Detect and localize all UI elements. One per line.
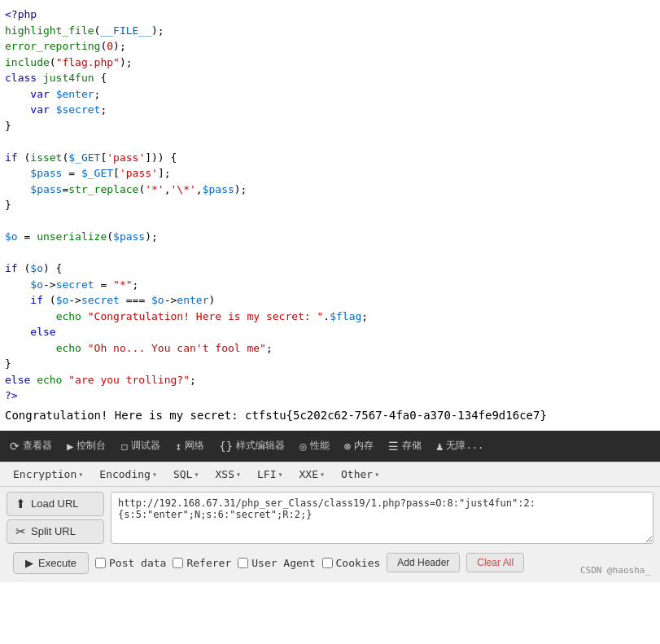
menu-xss-label: XSS — [215, 468, 234, 480]
button-column: ⬆ Load URL ✂ Split URL — [7, 492, 104, 544]
execute-label: Execute — [38, 557, 76, 569]
add-header-button[interactable]: Add Header — [387, 553, 460, 572]
code-line: $pass = $_GET['pass']; — [5, 165, 655, 182]
menu-lfi-label: LFI — [257, 468, 276, 480]
devtool-inspector-label: 查看器 — [23, 439, 52, 453]
devtool-style-editor-label: 样式编辑器 — [236, 439, 285, 453]
code-line: else — [5, 324, 655, 340]
code-line: var $enter; — [5, 86, 655, 103]
menu-other-label: Other — [341, 468, 373, 480]
code-line: } — [5, 118, 655, 134]
post-data-label: Post data — [109, 557, 166, 569]
watermark-text: CSDN @haosha_ — [580, 565, 650, 576]
devtool-storage-label: 存储 — [402, 439, 422, 453]
devtool-accessibility-label: 无障... — [446, 439, 483, 453]
hackbar-content: ⬆ Load URL ✂ Split URL ▶ Execute Post da… — [0, 487, 660, 582]
devtool-memory[interactable]: ⊗ 内存 — [338, 436, 380, 456]
style-editor-icon: {} — [219, 440, 233, 453]
devtool-style-editor[interactable]: {} 样式编辑器 — [212, 436, 291, 456]
code-line: include("flag.php"); — [5, 55, 655, 71]
hackbar-menu-bar: Encryption ▾ Encoding ▾ SQL ▾ XSS ▾ LFI … — [0, 462, 660, 487]
debugger-icon: ◻ — [120, 440, 127, 453]
menu-encryption[interactable]: Encryption ▾ — [7, 466, 90, 483]
code-line: $o->secret = "*"; — [5, 277, 655, 293]
menu-other[interactable]: Other ▾ — [334, 466, 386, 483]
storage-icon: ☰ — [388, 440, 399, 453]
post-data-checkbox[interactable] — [95, 558, 106, 568]
accessibility-icon: ♟ — [436, 440, 443, 453]
code-line: if ($o) { — [5, 261, 655, 277]
code-line: $pass=str_replace('*','\*',$pass); — [5, 182, 655, 198]
menu-encoding[interactable]: Encoding ▾ — [93, 466, 164, 483]
menu-xss[interactable]: XSS ▾ — [208, 466, 247, 483]
menu-xxe[interactable]: XXE ▾ — [293, 466, 332, 483]
code-line: } — [5, 197, 655, 213]
menu-encoding-label: Encoding — [99, 468, 151, 480]
clear-all-label: Clear All — [477, 557, 514, 568]
split-url-icon: ✂ — [15, 524, 26, 539]
referer-checkbox[interactable] — [173, 558, 183, 568]
devtool-network[interactable]: ↕ 网络 — [168, 436, 211, 456]
code-line: error_reporting(0); — [5, 38, 655, 55]
chevron-down-icon: ▾ — [278, 470, 282, 479]
cookies-label: Cookies — [336, 557, 381, 569]
menu-xxe-label: XXE — [299, 468, 318, 480]
clear-all-button[interactable]: Clear All — [466, 553, 524, 572]
post-data-checkbox-item[interactable]: Post data — [95, 557, 166, 569]
devtool-accessibility[interactable]: ♟ 无障... — [430, 436, 490, 456]
user-agent-checkbox[interactable] — [238, 558, 248, 568]
menu-sql[interactable]: SQL ▾ — [167, 466, 206, 483]
code-line: <?php — [5, 7, 655, 23]
devtool-performance[interactable]: ◎ 性能 — [293, 436, 335, 456]
devtool-performance-label: 性能 — [310, 439, 330, 453]
devtool-memory-label: 内存 — [354, 439, 374, 453]
dev-toolbar: ⟳ 查看器 ▶ 控制台 ◻ 调试器 ↕ 网络 {} 样式编辑器 ◎ 性能 ⊗ 内… — [0, 431, 660, 462]
hackbar: Encryption ▾ Encoding ▾ SQL ▾ XSS ▾ LFI … — [0, 462, 660, 582]
url-input[interactable] — [111, 492, 653, 544]
split-url-label: Split URL — [31, 525, 76, 537]
devtool-network-label: 网络 — [185, 439, 204, 453]
user-agent-checkbox-item[interactable]: User Agent — [238, 557, 315, 569]
code-line: echo "Congratulation! Here is my secret:… — [5, 309, 655, 325]
bottom-bar: ▶ Execute Post data Referer User Agent C… — [7, 549, 653, 577]
devtool-storage[interactable]: ☰ 存储 — [382, 436, 428, 456]
congratulation-text: Congratulation! Here is my secret: ctfst… — [5, 407, 655, 424]
load-url-icon: ⬆ — [15, 497, 26, 511]
code-line: if ($o->secret === $o->enter) — [5, 292, 655, 309]
code-line: echo "Oh no... You can't fool me"; — [5, 340, 655, 357]
load-url-label: Load URL — [31, 497, 79, 510]
code-line: if (isset($_GET['pass'])) { — [5, 150, 655, 166]
devtool-console[interactable]: ▶ 控制台 — [60, 436, 112, 456]
devtool-inspector[interactable]: ⟳ 查看器 — [3, 436, 59, 456]
code-display: <?php highlight_file(__FILE__); error_re… — [0, 0, 660, 431]
url-row: ⬆ Load URL ✂ Split URL — [7, 492, 653, 544]
add-header-label: Add Header — [397, 557, 449, 568]
devtool-console-label: 控制台 — [76, 439, 106, 453]
user-agent-label: User Agent — [251, 557, 315, 569]
chevron-down-icon: ▾ — [194, 470, 199, 479]
code-line: var $secret; — [5, 102, 655, 118]
split-url-button[interactable]: ✂ Split URL — [7, 519, 104, 544]
cookies-checkbox[interactable] — [322, 558, 333, 568]
load-url-button[interactable]: ⬆ Load URL — [7, 492, 104, 516]
chevron-down-icon: ▾ — [152, 470, 157, 479]
performance-icon: ◎ — [299, 440, 306, 453]
menu-lfi[interactable]: LFI ▾ — [251, 466, 290, 483]
menu-sql-label: SQL — [173, 468, 192, 480]
devtool-debugger[interactable]: ◻ 调试器 — [114, 436, 166, 456]
code-line: ?> — [5, 388, 655, 404]
code-line: else echo "are you trolling?"; — [5, 372, 655, 388]
referer-checkbox-item[interactable]: Referer — [173, 557, 231, 569]
network-icon: ↕ — [175, 440, 181, 453]
code-line — [5, 213, 655, 230]
chevron-down-icon: ▾ — [78, 470, 83, 479]
chevron-down-icon: ▾ — [236, 470, 241, 479]
code-line: $o = unserialize($pass); — [5, 229, 655, 245]
execute-button[interactable]: ▶ Execute — [13, 552, 89, 574]
devtool-debugger-label: 调试器 — [131, 439, 160, 453]
chevron-down-icon: ▾ — [374, 470, 379, 479]
chevron-down-icon: ▾ — [320, 470, 325, 479]
cookies-checkbox-item[interactable]: Cookies — [322, 557, 381, 569]
execute-icon: ▶ — [25, 557, 33, 569]
memory-icon: ⊗ — [344, 440, 351, 453]
